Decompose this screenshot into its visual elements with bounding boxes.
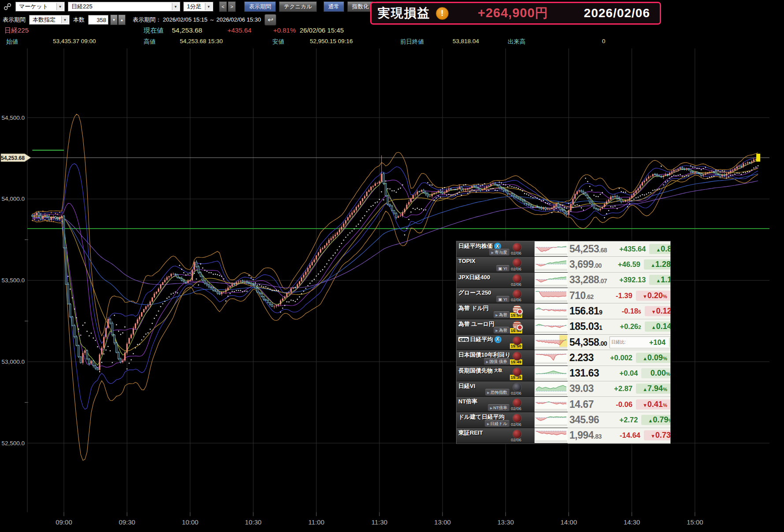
mini-chart[interactable] bbox=[534, 381, 568, 397]
instrument-label-cell[interactable]: グロース250▣ Y!02/06 bbox=[457, 288, 534, 303]
mini-chart[interactable] bbox=[534, 303, 568, 319]
open-label: 始値 bbox=[6, 38, 18, 46]
symbol-select[interactable]: 日経225 ▼ bbox=[68, 2, 180, 11]
quote-values: 39.03+2.87▲7.94%H:40.11L:37.05 bbox=[568, 381, 670, 397]
market-panel-row[interactable]: 日経VI▶恐怖指数02/0639.03+2.87▲7.94%H:40.11L:3… bbox=[457, 381, 670, 397]
market-panel-row[interactable]: NT倍率▶NT倍率02/0614.67-0.06▼0.41%H:14.72L:1… bbox=[457, 397, 670, 412]
market-panel-row[interactable]: ドル建て日経平均▶日経ドル02/06345.96+2.72▲0.79%H:345… bbox=[457, 412, 670, 428]
market-panel-row[interactable]: 長期国債先物大取15:35131.63+0.040.00%H:131.63L:1… bbox=[457, 366, 670, 381]
quote-header-row1: 日経225 現在値 54,253.68 +435.64 +0.81% 26/02… bbox=[0, 26, 784, 36]
mini-chart[interactable] bbox=[534, 350, 568, 366]
realized-pl-label: 実現損益 bbox=[378, 5, 431, 22]
instrument-label-cell[interactable]: 東証REIT02/06 bbox=[457, 428, 534, 443]
x-social-icon[interactable]: X bbox=[494, 336, 502, 343]
sub-link-button[interactable]: ▶日経ドル bbox=[485, 420, 509, 427]
prev-button[interactable]: < bbox=[219, 1, 227, 12]
mini-chart[interactable] bbox=[534, 412, 568, 428]
mini-chart[interactable] bbox=[534, 257, 568, 272]
market-panel-row[interactable]: 日本国債10年利回り▶国債 債券15:492.233+0.002▲0.09%H:… bbox=[457, 350, 670, 366]
last-price: 156.819 bbox=[569, 305, 602, 317]
display-period-button[interactable]: 表示期間 bbox=[244, 1, 276, 12]
price-change: +2.72 bbox=[599, 416, 638, 424]
percent-change-badge: ▼0.41% bbox=[636, 399, 670, 410]
mini-chart[interactable] bbox=[534, 366, 568, 381]
sub-link-button[interactable]: ▶寄与度 bbox=[489, 249, 509, 255]
last-price: 185.031 bbox=[569, 321, 602, 332]
mini-chart[interactable] bbox=[534, 428, 568, 443]
interval-select[interactable]: 1分足 ▼ bbox=[183, 2, 213, 11]
market-panel-row[interactable]: 為替 ユーロ円▶為替15:50185.031+0.262▲0.14%H:185.… bbox=[457, 319, 670, 335]
mini-chart[interactable] bbox=[534, 335, 568, 350]
market-panel-row[interactable]: JPX日経40002/0633,288.07+392.13▲1.19%H:33,… bbox=[457, 273, 670, 288]
technical-button[interactable]: テクニカル bbox=[279, 1, 317, 12]
instrument-label-cell[interactable]: 為替 ユーロ円▶為替15:50 bbox=[457, 319, 534, 335]
instrument-label-cell[interactable]: NT倍率▶NT倍率02/06 bbox=[457, 397, 534, 412]
instrument-name: CFD日経平均X bbox=[458, 336, 502, 344]
market-panel-row[interactable]: 東証REIT02/061,994.83-14.64▼0.73%H:2,010.5… bbox=[457, 428, 670, 443]
sub-link-button[interactable]: ▶NT倍率 bbox=[488, 404, 509, 411]
prev-close-label: 前日終値 bbox=[400, 38, 424, 46]
realized-pl-amount: +264,900円 bbox=[478, 4, 548, 22]
count-label: 本数 bbox=[73, 16, 85, 24]
indexed-mode-button[interactable]: 指数化 bbox=[347, 1, 374, 12]
instrument-label-cell[interactable]: JPX日経40002/06 bbox=[457, 273, 534, 288]
sub-link-button[interactable]: ▣ Y! bbox=[496, 296, 509, 302]
quote-values: 33,288.07+392.13▲1.19%H:33,288.07L:32,53… bbox=[568, 273, 670, 288]
instrument-name: 為替 ユーロ円 bbox=[458, 320, 494, 328]
instrument-name: TOPIX bbox=[458, 258, 476, 264]
interval-select-value: 1分足 bbox=[187, 3, 201, 11]
warning-icon[interactable]: ! bbox=[436, 7, 449, 20]
percent-change-badge: 0.00% bbox=[641, 368, 670, 378]
last-price: 39.03 bbox=[569, 383, 594, 395]
market-panel-row[interactable]: グロース250▣ Y!02/06710.62-1.39▼0.20%H:710.6… bbox=[457, 288, 670, 303]
instrument-label-cell[interactable]: CFD日経平均X15:50 bbox=[457, 335, 534, 350]
market-panel-row[interactable]: CFD日経平均X15:5054,358.00日経比:+104▲0.19%H:54… bbox=[457, 335, 670, 350]
mini-chart[interactable] bbox=[534, 241, 568, 257]
high-label: 高値 bbox=[144, 38, 156, 46]
mini-chart[interactable] bbox=[534, 319, 568, 335]
sub-link-button[interactable]: ▶恐怖指数 bbox=[485, 389, 509, 395]
market-select[interactable]: マーケット ▼ bbox=[15, 2, 65, 11]
next-button[interactable]: > bbox=[228, 1, 236, 12]
instrument-label-cell[interactable]: 為替 ドル円▶為替15:50 bbox=[457, 303, 534, 319]
svg-text:14:00: 14:00 bbox=[561, 518, 577, 526]
sub-link-button[interactable]: ▶為替 bbox=[494, 311, 509, 318]
market-panel-row[interactable]: TOPIX▣ Y!02/063,699.00+46.59▲1.28%H:3,69… bbox=[457, 257, 670, 272]
instrument-label-cell[interactable]: ドル建て日経平均▶日経ドル02/06 bbox=[457, 412, 534, 428]
instrument-label-cell[interactable]: 日経平均株価X▶寄与度02/06 bbox=[457, 241, 534, 257]
vi-index-icon bbox=[513, 383, 522, 392]
price-change: -1.39 bbox=[594, 292, 632, 300]
instrument-label-cell[interactable]: 日経VI▶恐怖指数02/06 bbox=[457, 381, 534, 397]
count-decrement-button[interactable]: ▼ bbox=[110, 15, 118, 25]
instrument-label-cell[interactable]: 長期国債先物大取15:35 bbox=[457, 366, 534, 381]
instrument-label-cell[interactable]: TOPIX▣ Y!02/06 bbox=[457, 257, 534, 272]
instrument-label-cell[interactable]: 日本国債10年利回り▶国債 債券15:49 bbox=[457, 350, 534, 366]
quote-values: 54,253.68+435.64▲0.81%H:54,253.68L:52,95… bbox=[568, 241, 670, 257]
mini-chart[interactable] bbox=[534, 397, 568, 412]
market-panel-row[interactable]: 日経平均株価X▶寄与度02/0654,253.68+435.64▲0.81%H:… bbox=[457, 241, 670, 257]
reload-icon[interactable]: ↩ bbox=[264, 14, 276, 26]
last-price: 14.67 bbox=[569, 399, 594, 410]
count-mode-select[interactable]: 本数指定 ▼ bbox=[29, 15, 70, 25]
normal-mode-button[interactable]: 通常 bbox=[323, 1, 344, 12]
sub-link-button[interactable]: ▣ Y! bbox=[496, 265, 509, 271]
price-change: -14.64 bbox=[602, 431, 640, 440]
count-input[interactable] bbox=[88, 15, 108, 25]
sub-link-button[interactable]: ▶国債 債券 bbox=[484, 358, 509, 365]
link-icon[interactable] bbox=[3, 2, 12, 11]
symbol-name: 日経225 bbox=[4, 26, 29, 35]
market-panel-row[interactable]: 為替 ドル円▶為替15:50156.819-0.185▼0.12%H:157.0… bbox=[457, 303, 670, 319]
mini-chart[interactable] bbox=[534, 273, 568, 288]
count-increment-button[interactable]: ▲ bbox=[118, 15, 126, 25]
percent-change-badge: ▲0.09% bbox=[636, 353, 670, 363]
mini-chart[interactable] bbox=[534, 288, 568, 303]
realized-pl-box: 実現損益 ! +264,900円 2026/02/06 bbox=[370, 2, 661, 25]
change-percent: +0.81% bbox=[273, 26, 296, 34]
chevron-down-icon: ▼ bbox=[61, 16, 68, 23]
percent-change-badge: ▼0.20% bbox=[636, 291, 670, 301]
price-change: -0.185 bbox=[602, 307, 641, 315]
percent-change-badge: ▲7.94% bbox=[636, 384, 670, 394]
prev-close-value: 53,818.04 bbox=[453, 38, 479, 44]
sub-link-button[interactable]: ▶為替 bbox=[494, 327, 509, 333]
last-price: 33,288.07 bbox=[569, 274, 607, 286]
